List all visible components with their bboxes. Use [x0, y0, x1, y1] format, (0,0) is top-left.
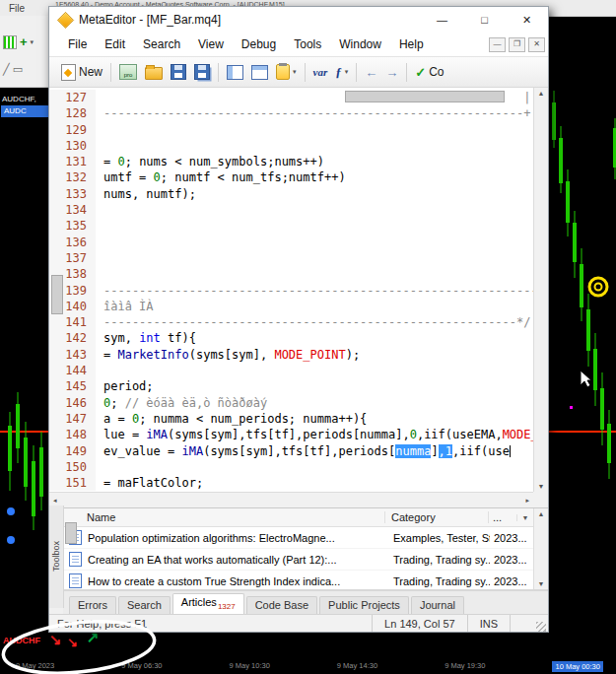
column-options-dropdown[interactable]: ▼ [516, 514, 533, 521]
code-text[interactable]: ----------------------------------------… [96, 105, 533, 121]
menu-window[interactable]: Window [330, 34, 390, 54]
open-button[interactable] [141, 60, 167, 84]
tab-code-base[interactable]: Code Base [246, 596, 317, 614]
menu-view[interactable]: View [189, 34, 233, 54]
styler-button[interactable]: ▾ [272, 60, 301, 84]
sell-arrow-icon: ↘ [67, 635, 78, 649]
scroll-down-icon[interactable]: ▼ [538, 483, 545, 490]
scroll-right-icon[interactable]: ▸ [525, 497, 529, 505]
code-editor[interactable]: 127 |128--------------------------------… [49, 88, 548, 508]
separator [406, 63, 407, 82]
code-text[interactable]: ev_value = iMA(syms[sym],tfs[tf],periods… [96, 443, 533, 459]
menu-debug[interactable]: Debug [233, 34, 285, 54]
code-line: 139-------------------------------------… [49, 283, 533, 299]
article-date: 2023... [490, 532, 533, 544]
menu-tools[interactable]: Tools [285, 34, 330, 54]
variables-button[interactable]: var [309, 60, 332, 84]
menu-help[interactable]: Help [390, 34, 433, 54]
column-date[interactable]: ... [489, 511, 516, 523]
line-number: 146 [49, 395, 96, 411]
mdi-minimize-button[interactable]: — [489, 37, 506, 52]
article-row[interactable]: How to create a custom True Strength Ind… [63, 571, 548, 589]
navigate-forward-button[interactable]: → [381, 60, 402, 84]
menu-file[interactable]: File [59, 34, 96, 54]
column-name[interactable]: Name [63, 511, 385, 523]
resize-grip-icon[interactable] [536, 622, 546, 632]
tab-articles[interactable]: Articles1327 [172, 593, 244, 614]
menu-search[interactable]: Search [134, 34, 189, 54]
minimize-button[interactable]: — [421, 8, 463, 33]
profiler-button[interactable]: pro [115, 60, 141, 84]
status-insert-mode: INS [467, 615, 510, 632]
metaeditor-titlebar[interactable]: MetaEditor - [MF_Bar.mq4] — □ ✕ [49, 7, 548, 33]
code-text[interactable]: ----------------------------------------… [96, 283, 533, 299]
tab-search[interactable]: Search [118, 596, 171, 614]
scroll-down-icon[interactable]: ▼ [538, 580, 545, 587]
article-list: Population optimization algorithms: Elec… [63, 527, 548, 589]
mdi-restore-button[interactable]: ❐ [509, 37, 525, 52]
code-text[interactable] [96, 138, 533, 154]
toolbox-vscrollbar[interactable]: ▲ ▼ [533, 508, 548, 589]
code-text[interactable]: = 0; nums < num_symbols;nums++) [96, 154, 533, 169]
line-number: 144 [49, 363, 96, 378]
compile-button[interactable]: ✓ Co [411, 60, 447, 84]
new-button[interactable]: New [57, 60, 106, 84]
menu-edit[interactable]: Edit [96, 34, 134, 54]
code-text[interactable]: ----------------------------------------… [96, 314, 533, 330]
insert-function-button[interactable]: ƒ ▾ [331, 60, 352, 84]
layout-vertical-icon [227, 65, 243, 80]
scroll-up-icon[interactable]: ▲ [538, 510, 545, 517]
vscroll-thumb[interactable] [51, 275, 63, 314]
tab-public-projects[interactable]: Public Projects [319, 596, 409, 614]
navigate-back-button[interactable]: ← [361, 60, 381, 84]
code-text[interactable] [96, 218, 533, 234]
code-text[interactable] [96, 235, 533, 250]
line-number: 137 [49, 250, 96, 266]
editor-hscrollbar[interactable]: ◂ ▸ [49, 492, 533, 507]
code-line: 129 [49, 122, 533, 138]
code-text[interactable]: period; [96, 378, 533, 394]
code-text[interactable] [96, 459, 533, 475]
scroll-left-icon[interactable]: ◂ [53, 497, 57, 505]
statusbar: For Help, press F1 Ln 149, Col 57 INS [49, 614, 548, 632]
layout-horizontal-button[interactable] [247, 60, 272, 84]
toolbox-side-tab[interactable]: Toolbox [49, 506, 64, 608]
line-number: 142 [49, 330, 96, 346]
mdi-close-button[interactable]: ✕ [528, 37, 545, 52]
code-text[interactable]: lue = iMA(syms[sym],tfs[tf],periods[numm… [96, 427, 533, 442]
code-line: 147a = 0; numma < num_periods; numma++){ [49, 411, 533, 427]
code-text[interactable] [96, 250, 533, 266]
code-line: 136 [49, 235, 533, 250]
code-text[interactable]: = MarketInfo(syms[sym], MODE_POINT); [96, 347, 533, 363]
tab-errors[interactable]: Errors [69, 596, 116, 614]
layout-vertical-button[interactable] [223, 60, 247, 84]
code-text[interactable] [96, 266, 533, 282]
code-text[interactable]: umtf = 0; numtf < num_tfs;numtf++) [96, 169, 533, 185]
separator [110, 63, 111, 82]
close-button[interactable]: ✕ [506, 8, 548, 33]
article-row[interactable]: Creating an EA that works automatically … [63, 549, 548, 571]
toolbox-header: Name Category ... ▼ [63, 508, 548, 527]
code-text[interactable] [96, 363, 533, 378]
article-row[interactable]: Population optimization algorithms: Elec… [63, 527, 548, 549]
code-text[interactable]: = maFlatColor; [96, 475, 533, 491]
code-text[interactable]: nums, numtf); [96, 186, 533, 202]
tab-journal[interactable]: Journal [411, 596, 464, 614]
code-text[interactable]: a = 0; numma < num_periods; numma++){ [96, 411, 533, 427]
hscroll-thumb[interactable] [345, 91, 505, 102]
code-line: 145period; [49, 378, 533, 394]
code-text[interactable]: 0; // èóäà èä,ò ñòàðøàý [96, 395, 533, 411]
code-text[interactable]: sym, int tf){ [96, 330, 533, 346]
toolbox-vscroll-thumb[interactable] [65, 522, 77, 544]
code-text[interactable] [96, 202, 533, 218]
editor-vscrollbar[interactable]: ▲ ▼ [533, 88, 548, 492]
code-text[interactable]: îàìâ ÌÀ [96, 299, 533, 314]
save-button[interactable] [167, 60, 190, 84]
save-all-button[interactable] [190, 60, 214, 84]
line-number: 150 [49, 459, 96, 475]
column-category[interactable]: Category [385, 511, 489, 523]
code-text[interactable] [96, 122, 533, 138]
maximize-button[interactable]: □ [463, 8, 506, 33]
line-number: 148 [49, 427, 96, 442]
scroll-up-icon[interactable]: ▲ [538, 90, 545, 97]
